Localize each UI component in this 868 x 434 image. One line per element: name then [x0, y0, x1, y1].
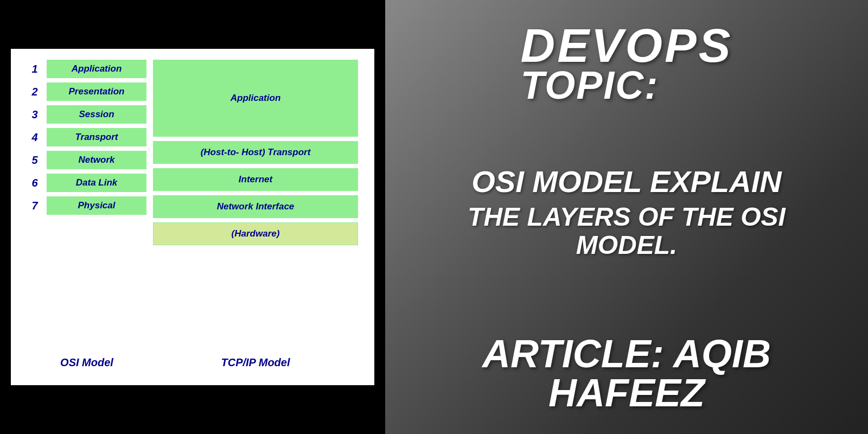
osi-row-3: 3 Session	[27, 105, 146, 124]
osi-model-label: OSI Model	[27, 356, 146, 369]
osi-subtitle-line2: THE LAYERS OF THE OSI MODEL.	[418, 203, 835, 260]
layer-num-6: 6	[27, 177, 42, 189]
osi-row-7: 7 Physical	[27, 196, 146, 215]
osi-row-6: 6 Data Link	[27, 174, 146, 192]
layer-num-5: 5	[27, 154, 42, 167]
devops-title: DEVOPS	[521, 22, 733, 69]
osi-layer-presentation: Presentation	[47, 82, 146, 101]
tcpip-hardware: (Hardware)	[153, 222, 358, 245]
osi-subtitle-line1: OSI MODEL EXPLAIN	[471, 165, 781, 199]
tcpip-column: Application (Host-to- Host) Transport In…	[153, 60, 358, 348]
right-top: DEVOPS TOPIC:	[521, 22, 733, 107]
left-panel: 1 Application 2 Presentation 3 Session 4…	[0, 0, 385, 434]
osi-row-2: 2 Presentation	[27, 82, 146, 101]
osi-row-5: 5 Network	[27, 151, 146, 169]
layer-num-7: 7	[27, 200, 42, 212]
osi-layer-datalink: Data Link	[47, 174, 146, 192]
osi-layer-physical: Physical	[47, 196, 146, 215]
osi-layer-transport: Transport	[47, 128, 146, 146]
diagram-labels: OSI Model TCP/IP Model	[27, 356, 358, 369]
tcpip-internet: Internet	[153, 168, 358, 191]
right-bottom: ARTICLE: AQIB HAFEEZ	[418, 334, 835, 412]
diagram-table: 1 Application 2 Presentation 3 Session 4…	[27, 60, 358, 348]
layer-num-2: 2	[27, 86, 42, 98]
right-middle: OSI MODEL EXPLAIN THE LAYERS OF THE OSI …	[418, 165, 835, 260]
osi-layer-application: Application	[47, 60, 146, 78]
osi-row-4: 4 Transport	[27, 128, 146, 146]
tcpip-model-label: TCP/IP Model	[153, 356, 358, 369]
tcpip-transport: (Host-to- Host) Transport	[153, 141, 358, 164]
osi-column: 1 Application 2 Presentation 3 Session 4…	[27, 60, 146, 348]
osi-row-1: 1 Application	[27, 60, 146, 78]
layer-num-4: 4	[27, 131, 42, 144]
article-label: ARTICLE: AQIB HAFEEZ	[418, 334, 835, 412]
osi-layer-network: Network	[47, 151, 146, 169]
topic-label: TOPIC:	[521, 64, 659, 107]
tcpip-application: Application	[153, 60, 358, 137]
osi-layer-session: Session	[47, 105, 146, 124]
diagram-card: 1 Application 2 Presentation 3 Session 4…	[11, 49, 374, 385]
layer-num-3: 3	[27, 108, 42, 121]
tcpip-network-interface: Network Interface	[153, 195, 358, 218]
layer-num-1: 1	[27, 63, 42, 75]
right-panel: DEVOPS TOPIC: OSI MODEL EXPLAIN THE LAYE…	[385, 0, 868, 434]
